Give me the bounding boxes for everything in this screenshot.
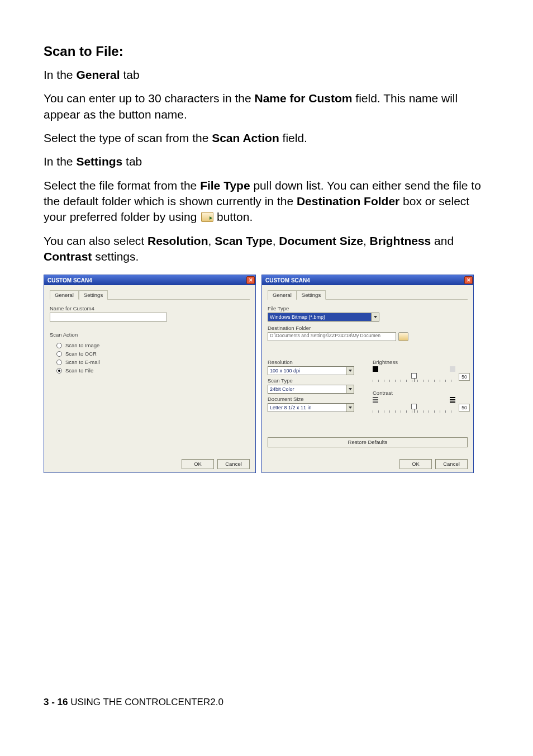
radio-scan-to-file[interactable]: Scan to File <box>56 367 250 374</box>
text: You can also select <box>44 234 147 247</box>
resolution-select[interactable]: 100 x 100 dpi <box>268 366 354 375</box>
text-bold: Settings <box>76 155 122 168</box>
text-bold: File Type <box>200 179 250 192</box>
text: settings. <box>92 250 139 263</box>
tab-settings[interactable]: Settings <box>79 290 108 300</box>
text: tab <box>122 155 142 168</box>
tab-settings[interactable]: Settings <box>297 290 326 300</box>
close-button[interactable]: ✕ <box>246 276 255 284</box>
svg-marker-1 <box>349 370 352 372</box>
svg-marker-3 <box>349 407 352 409</box>
radio-scan-to-ocr[interactable]: Scan to OCR <box>56 351 250 357</box>
paragraph-file-type: Select the file format from the File Typ… <box>44 178 489 225</box>
scan-action-label: Scan Action <box>50 332 250 338</box>
destination-folder-label: Destination Folder <box>268 325 468 331</box>
radio-label: Scan to OCR <box>65 351 97 357</box>
tab-strip: General Settings <box>50 290 250 300</box>
select-value: 24bit Color <box>270 385 294 393</box>
text: Select the file format from the <box>44 179 200 192</box>
text: Select the type of scan from the <box>44 131 212 144</box>
text: field. <box>279 131 307 144</box>
svg-rect-10 <box>450 399 455 400</box>
scan-type-label: Scan Type <box>268 377 363 384</box>
text-bold: Brightness <box>370 234 431 247</box>
radio-label: Scan to Image <box>65 342 99 348</box>
brightness-value: 50 <box>459 373 470 381</box>
resolution-label: Resolution <box>268 359 363 365</box>
text-bold: Name for Custom <box>254 92 352 105</box>
dialog-titlebar: CUSTOM SCAN4 ✕ <box>44 275 255 285</box>
file-type-select[interactable]: Windows Bitmap (*.bmp) <box>268 313 379 322</box>
svg-marker-2 <box>349 388 352 390</box>
page-footer: 3 - 16 USING THE CONTROLCENTER2.0 <box>44 697 489 708</box>
text: , <box>273 234 279 247</box>
dialog-titlebar: CUSTOM SCAN4 ✕ <box>262 275 473 285</box>
text-bold: Document Size <box>279 234 363 247</box>
svg-rect-4 <box>373 366 378 372</box>
page-number: 3 - 16 <box>44 697 68 707</box>
radio-icon <box>56 343 62 348</box>
ok-button[interactable]: OK <box>399 459 432 469</box>
radio-label: Scan to File <box>65 367 93 374</box>
custom-scan-dialog-general: CUSTOM SCAN4 ✕ General Settings Name for… <box>44 275 256 473</box>
chapter-title: USING THE CONTROLCENTER2.0 <box>70 697 223 707</box>
brightness-low-icon <box>373 366 378 372</box>
svg-marker-0 <box>374 316 377 318</box>
text-bold: Resolution <box>147 234 208 247</box>
text: In the <box>44 155 76 168</box>
text: button. <box>213 210 253 223</box>
svg-rect-11 <box>450 401 455 403</box>
destination-folder-input[interactable]: D:\Documents and Settings\ZZP24218\My Do… <box>268 332 396 341</box>
cancel-button[interactable]: Cancel <box>435 459 468 469</box>
paragraph-other-settings: You can also select Resolution, Scan Typ… <box>44 233 489 265</box>
radio-scan-to-image[interactable]: Scan to Image <box>56 342 250 348</box>
contrast-value: 50 <box>459 404 470 412</box>
radio-icon <box>56 360 62 365</box>
name-for-custom-label: Name for Custom4 <box>50 305 250 311</box>
radio-scan-to-email[interactable]: Scan to E-mail <box>56 359 250 365</box>
svg-rect-8 <box>373 401 378 403</box>
select-value: 100 x 100 dpi <box>270 367 300 375</box>
select-value: Windows Bitmap (*.bmp) <box>270 313 325 321</box>
radio-icon <box>56 368 62 374</box>
text: In the <box>44 68 76 81</box>
ok-button[interactable]: OK <box>182 459 214 469</box>
brightness-high-icon <box>450 366 455 372</box>
svg-rect-5 <box>450 366 455 372</box>
chevron-down-icon <box>346 367 354 375</box>
text-bold: Scan Type <box>215 234 272 247</box>
cancel-button[interactable]: Cancel <box>217 459 250 469</box>
svg-rect-7 <box>373 399 378 400</box>
chevron-down-icon <box>346 404 354 412</box>
folder-icon <box>201 212 213 222</box>
contrast-slider[interactable]: 50 <box>373 404 468 413</box>
text-bold: General <box>76 68 120 81</box>
name-for-custom-input[interactable] <box>50 313 167 322</box>
text-bold: Scan Action <box>212 131 279 144</box>
brightness-slider[interactable]: 50 <box>373 373 468 382</box>
text: , <box>208 234 215 247</box>
dialog-title: CUSTOM SCAN4 <box>47 277 92 284</box>
close-button[interactable]: ✕ <box>464 276 473 284</box>
document-size-label: Document Size <box>268 396 363 402</box>
dialog-title: CUSTOM SCAN4 <box>265 277 310 284</box>
contrast-high-icon <box>450 397 455 403</box>
paragraph-scan-action: Select the type of scan from the Scan Ac… <box>44 130 489 146</box>
tab-general[interactable]: General <box>50 290 79 300</box>
radio-label: Scan to E-mail <box>65 359 100 365</box>
scan-type-select[interactable]: 24bit Color <box>268 385 354 394</box>
custom-scan-dialog-settings: CUSTOM SCAN4 ✕ General Settings File Typ… <box>261 275 474 473</box>
chevron-down-icon <box>346 385 354 393</box>
radio-icon <box>56 351 62 357</box>
document-size-select[interactable]: Letter 8 1/2 x 11 in <box>268 403 354 412</box>
chevron-down-icon <box>371 313 379 321</box>
text: tab <box>120 68 140 81</box>
browse-folder-button[interactable] <box>398 332 408 341</box>
brightness-label: Brightness <box>373 359 468 365</box>
restore-defaults-button[interactable]: Restore Defaults <box>268 437 468 447</box>
contrast-label: Contrast <box>373 390 468 396</box>
section-heading: Scan to File: <box>44 44 489 59</box>
svg-rect-6 <box>373 397 378 398</box>
tab-general[interactable]: General <box>268 290 297 300</box>
text-bold: Contrast <box>44 250 92 263</box>
